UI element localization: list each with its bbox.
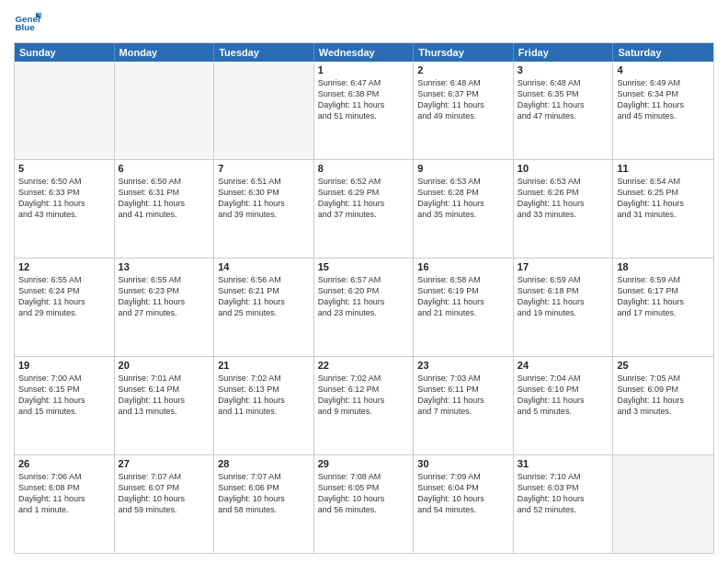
day-number: 19 [18, 360, 110, 371]
week-row: 19Sunrise: 7:00 AM Sunset: 6:15 PM Dayli… [15, 356, 713, 454]
day-info: Sunrise: 6:53 AM Sunset: 6:28 PM Dayligh… [417, 176, 509, 221]
day-number: 9 [417, 163, 509, 174]
day-cell: 7Sunrise: 6:51 AM Sunset: 6:30 PM Daylig… [214, 160, 314, 258]
day-info: Sunrise: 6:47 AM Sunset: 6:38 PM Dayligh… [318, 77, 410, 122]
day-number: 20 [119, 360, 210, 371]
day-info: Sunrise: 7:02 AM Sunset: 6:13 PM Dayligh… [218, 373, 310, 418]
day-info: Sunrise: 6:53 AM Sunset: 6:26 PM Dayligh… [518, 176, 609, 221]
day-number: 16 [417, 261, 509, 272]
day-header-thursday: Thursday [414, 43, 514, 62]
day-cell: 15Sunrise: 6:57 AM Sunset: 6:20 PM Dayli… [314, 259, 415, 356]
day-number: 26 [18, 458, 110, 469]
day-info: Sunrise: 7:08 AM Sunset: 6:05 PM Dayligh… [318, 471, 410, 516]
logo-icon: General Blue [14, 9, 41, 37]
day-info: Sunrise: 6:57 AM Sunset: 6:20 PM Dayligh… [318, 274, 410, 319]
day-info: Sunrise: 6:55 AM Sunset: 6:23 PM Dayligh… [119, 274, 210, 319]
day-info: Sunrise: 6:59 AM Sunset: 6:17 PM Dayligh… [617, 274, 710, 319]
day-cell: 10Sunrise: 6:53 AM Sunset: 6:26 PM Dayli… [514, 160, 614, 258]
day-info: Sunrise: 7:05 AM Sunset: 6:09 PM Dayligh… [617, 373, 710, 418]
day-cell: 6Sunrise: 6:50 AM Sunset: 6:31 PM Daylig… [115, 160, 215, 258]
day-info: Sunrise: 6:49 AM Sunset: 6:34 PM Dayligh… [617, 77, 710, 122]
day-header-friday: Friday [514, 43, 614, 62]
day-info: Sunrise: 6:48 AM Sunset: 6:37 PM Dayligh… [417, 77, 509, 122]
day-header-sunday: Sunday [15, 43, 115, 62]
day-cell: 22Sunrise: 7:02 AM Sunset: 6:12 PM Dayli… [314, 357, 415, 454]
day-cell: 3Sunrise: 6:48 AM Sunset: 6:35 PM Daylig… [514, 62, 614, 159]
day-cell: 25Sunrise: 7:05 AM Sunset: 6:09 PM Dayli… [613, 357, 713, 454]
day-info: Sunrise: 6:59 AM Sunset: 6:18 PM Dayligh… [518, 274, 609, 319]
day-cell: 18Sunrise: 6:59 AM Sunset: 6:17 PM Dayli… [613, 259, 713, 356]
day-number: 31 [518, 458, 609, 469]
day-cell [115, 62, 215, 159]
day-info: Sunrise: 7:07 AM Sunset: 6:06 PM Dayligh… [218, 471, 310, 516]
day-cell: 21Sunrise: 7:02 AM Sunset: 6:13 PM Dayli… [214, 357, 314, 454]
day-cell: 29Sunrise: 7:08 AM Sunset: 6:05 PM Dayli… [314, 455, 415, 553]
day-cell: 14Sunrise: 6:56 AM Sunset: 6:21 PM Dayli… [214, 259, 314, 356]
day-cell: 16Sunrise: 6:58 AM Sunset: 6:19 PM Dayli… [414, 259, 514, 356]
day-number: 8 [318, 163, 410, 174]
calendar: SundayMondayTuesdayWednesdayThursdayFrid… [14, 42, 714, 554]
header: General Blue [14, 9, 714, 37]
day-cell: 30Sunrise: 7:09 AM Sunset: 6:04 PM Dayli… [414, 455, 514, 553]
day-info: Sunrise: 6:52 AM Sunset: 6:29 PM Dayligh… [318, 176, 410, 221]
day-info: Sunrise: 6:50 AM Sunset: 6:31 PM Dayligh… [119, 176, 210, 221]
page: General Blue SundayMondayTuesdayWednesda… [0, 0, 728, 563]
day-headers: SundayMondayTuesdayWednesdayThursdayFrid… [15, 43, 713, 62]
day-number: 22 [318, 360, 410, 371]
day-cell: 28Sunrise: 7:07 AM Sunset: 6:06 PM Dayli… [214, 455, 314, 553]
day-header-saturday: Saturday [613, 43, 713, 62]
day-info: Sunrise: 7:07 AM Sunset: 6:07 PM Dayligh… [119, 471, 210, 516]
day-header-monday: Monday [115, 43, 215, 62]
day-cell: 31Sunrise: 7:10 AM Sunset: 6:03 PM Dayli… [514, 455, 614, 553]
day-cell: 11Sunrise: 6:54 AM Sunset: 6:25 PM Dayli… [613, 160, 713, 258]
day-cell: 5Sunrise: 6:50 AM Sunset: 6:33 PM Daylig… [15, 160, 115, 258]
week-row: 5Sunrise: 6:50 AM Sunset: 6:33 PM Daylig… [15, 159, 713, 258]
day-cell: 4Sunrise: 6:49 AM Sunset: 6:34 PM Daylig… [613, 62, 713, 159]
day-cell: 1Sunrise: 6:47 AM Sunset: 6:38 PM Daylig… [314, 62, 415, 159]
day-number: 21 [218, 360, 310, 371]
day-info: Sunrise: 7:10 AM Sunset: 6:03 PM Dayligh… [518, 471, 609, 516]
logo: General Blue [14, 9, 41, 37]
day-cell [613, 455, 713, 553]
week-row: 12Sunrise: 6:55 AM Sunset: 6:24 PM Dayli… [15, 258, 713, 356]
day-number: 11 [617, 163, 710, 174]
day-cell: 13Sunrise: 6:55 AM Sunset: 6:23 PM Dayli… [115, 259, 215, 356]
day-cell: 2Sunrise: 6:48 AM Sunset: 6:37 PM Daylig… [414, 62, 514, 159]
day-number: 25 [617, 360, 710, 371]
day-number: 15 [318, 261, 410, 272]
weeks: 1Sunrise: 6:47 AM Sunset: 6:38 PM Daylig… [15, 62, 713, 553]
svg-text:Blue: Blue [16, 22, 36, 32]
day-cell: 23Sunrise: 7:03 AM Sunset: 6:11 PM Dayli… [414, 357, 514, 454]
day-info: Sunrise: 6:56 AM Sunset: 6:21 PM Dayligh… [218, 274, 310, 319]
day-number: 30 [417, 458, 509, 469]
day-number: 28 [218, 458, 310, 469]
day-number: 7 [218, 163, 310, 174]
day-header-tuesday: Tuesday [214, 43, 314, 62]
day-number: 10 [518, 163, 609, 174]
day-cell: 17Sunrise: 6:59 AM Sunset: 6:18 PM Dayli… [514, 259, 614, 356]
day-cell [214, 62, 314, 159]
day-number: 18 [617, 261, 710, 272]
day-number: 12 [18, 261, 110, 272]
day-cell [15, 62, 115, 159]
week-row: 1Sunrise: 6:47 AM Sunset: 6:38 PM Daylig… [15, 62, 713, 159]
day-number: 14 [218, 261, 310, 272]
day-cell: 24Sunrise: 7:04 AM Sunset: 6:10 PM Dayli… [514, 357, 614, 454]
day-number: 27 [119, 458, 210, 469]
day-number: 24 [518, 360, 609, 371]
day-info: Sunrise: 6:50 AM Sunset: 6:33 PM Dayligh… [18, 176, 110, 221]
day-info: Sunrise: 7:01 AM Sunset: 6:14 PM Dayligh… [119, 373, 210, 418]
day-cell: 12Sunrise: 6:55 AM Sunset: 6:24 PM Dayli… [15, 259, 115, 356]
day-info: Sunrise: 7:04 AM Sunset: 6:10 PM Dayligh… [518, 373, 609, 418]
day-number: 3 [518, 64, 609, 75]
day-cell: 27Sunrise: 7:07 AM Sunset: 6:07 PM Dayli… [115, 455, 215, 553]
day-number: 23 [417, 360, 509, 371]
day-info: Sunrise: 6:48 AM Sunset: 6:35 PM Dayligh… [518, 77, 609, 122]
day-cell: 20Sunrise: 7:01 AM Sunset: 6:14 PM Dayli… [115, 357, 215, 454]
day-cell: 19Sunrise: 7:00 AM Sunset: 6:15 PM Dayli… [15, 357, 115, 454]
day-info: Sunrise: 6:54 AM Sunset: 6:25 PM Dayligh… [617, 176, 710, 221]
day-cell: 8Sunrise: 6:52 AM Sunset: 6:29 PM Daylig… [314, 160, 415, 258]
week-row: 26Sunrise: 7:06 AM Sunset: 6:08 PM Dayli… [15, 454, 713, 553]
day-header-wednesday: Wednesday [314, 43, 415, 62]
day-info: Sunrise: 7:02 AM Sunset: 6:12 PM Dayligh… [318, 373, 410, 418]
